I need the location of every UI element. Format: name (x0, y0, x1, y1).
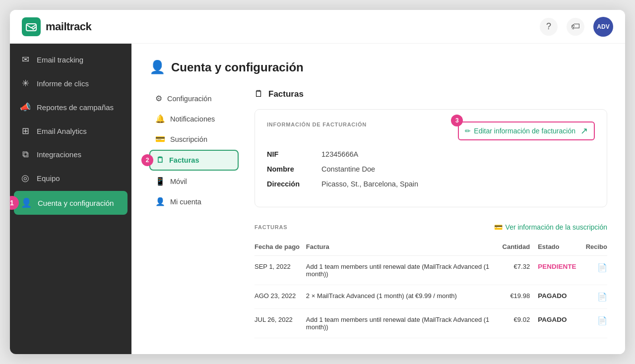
logo-area: mailtrack (22, 17, 91, 36)
view-subscription-link[interactable]: 💳 Ver información de la suscripción (494, 223, 607, 231)
sidebar: ✉ Email tracking ✳ Informe de clics 📣 Re… (10, 44, 131, 354)
sidebar-item-equipo[interactable]: ◎ Equipo (10, 166, 131, 190)
topbar: mailtrack ? 🏷 ADV (10, 10, 625, 44)
invoice-status: PAGADO (530, 285, 582, 309)
billing-field-direccion: Dirección Picasso, St., Barcelona, Spain (267, 180, 595, 188)
topbar-right: ? 🏷 ADV (540, 17, 613, 37)
invoice-amount: €9.02 (499, 309, 530, 338)
billing-info-label: INFORMACIÓN DE FACTURACIÓN (267, 121, 367, 127)
col-factura: Factura (306, 239, 499, 256)
invoice-receipt[interactable]: 📄 (583, 285, 607, 309)
suscripcion-icon: 💳 (155, 134, 165, 144)
card-icon: 💳 (494, 223, 503, 231)
app-window: mailtrack ? 🏷 ADV ✉ Email tracking ✳ Inf… (10, 10, 625, 354)
invoices-table: Fecha de pago Factura Cantidad Estado Re… (254, 239, 607, 338)
invoice-status: PAGADO (530, 309, 582, 338)
avatar[interactable]: ADV (593, 17, 613, 37)
section-title: Facturas (268, 89, 304, 99)
facturas-nav-icon: 🗒 (156, 156, 164, 165)
cursor-hint: ↗ (580, 125, 588, 136)
sub-nav-movil[interactable]: 📱 Móvil (149, 172, 239, 191)
informe-clics-icon: ✳ (20, 78, 31, 89)
receipt-icon[interactable]: 📄 (597, 293, 607, 301)
invoices-section: FACTURAS 💳 Ver información de la suscrip… (254, 223, 607, 338)
invoice-description: 2 × MailTrack Advanced (1 month) (at €9.… (306, 285, 499, 309)
help-button[interactable]: ? (540, 18, 558, 36)
table-row: JUL 26, 2022 Add 1 team members until re… (254, 309, 607, 338)
sidebar-item-informe-clics[interactable]: ✳ Informe de clics (10, 71, 131, 95)
sub-nav-mi-cuenta[interactable]: 👤 Mi cuenta (149, 192, 239, 211)
section-header: 🗒 Facturas (254, 89, 607, 99)
page-header: 👤 Cuenta y configuración (149, 60, 607, 75)
sub-nav-suscripcion[interactable]: 💳 Suscripción (149, 129, 239, 149)
page-header-icon: 👤 (149, 60, 165, 75)
edit-pencil-icon: ✏ (465, 127, 471, 135)
badge-3: 3 (451, 115, 463, 126)
invoices-label: FACTURAS (254, 224, 287, 230)
config-icon: ⚙ (155, 94, 162, 103)
movil-icon: 📱 (155, 177, 165, 186)
receipt-icon[interactable]: 📄 (597, 316, 607, 325)
app-name: mailtrack (46, 20, 91, 33)
email-tracking-icon: ✉ (20, 54, 31, 65)
billing-field-nif: NIF 12345666A (267, 150, 595, 158)
sidebar-item-email-tracking[interactable]: ✉ Email tracking (10, 48, 131, 71)
col-cantidad: Cantidad (499, 239, 530, 256)
notif-icon: 🔔 (155, 114, 165, 123)
billing-section-icon: 🗒 (254, 89, 263, 99)
col-recibo: Recibo (583, 239, 607, 256)
table-row: SEP 1, 2022 Add 1 team members until ren… (254, 256, 607, 285)
equipo-icon: ◎ (20, 173, 31, 183)
invoice-date: JUL 26, 2022 (254, 309, 306, 338)
invoice-receipt[interactable]: 📄 (583, 256, 607, 285)
reportes-icon: 📣 (20, 102, 31, 113)
logo-icon (22, 17, 41, 36)
mi-cuenta-icon: 👤 (155, 197, 165, 206)
sub-nav-notificaciones[interactable]: 🔔 Notificaciones (149, 109, 239, 128)
sub-layout: ⚙ Configuración 🔔 Notificaciones 💳 Suscr… (149, 89, 607, 338)
badge-2: 2 (141, 154, 153, 166)
invoice-date: AGO 23, 2022 (254, 285, 306, 309)
analytics-icon: ⊞ (20, 125, 31, 136)
content-area: 👤 Cuenta y configuración ⚙ Configuración… (131, 44, 625, 354)
main-panel: 🗒 Facturas INFORMACIÓN DE FACTURACIÓN ✏ … (254, 89, 607, 338)
page-title: Cuenta y configuración (171, 61, 304, 74)
invoice-amount: €19.98 (499, 285, 530, 309)
col-fecha: Fecha de pago (254, 239, 306, 256)
billing-box: INFORMACIÓN DE FACTURACIÓN ✏ Editar info… (254, 109, 607, 207)
col-estado: Estado (530, 239, 582, 256)
invoice-amount: €7.32 (499, 256, 530, 285)
invoices-header: FACTURAS 💳 Ver información de la suscrip… (254, 223, 607, 231)
edit-billing-link[interactable]: ✏ Editar información de facturación 3 ↗ (458, 121, 595, 140)
sub-nav: ⚙ Configuración 🔔 Notificaciones 💳 Suscr… (149, 89, 239, 338)
invoice-description: Add 1 team members until renewal date (M… (306, 256, 499, 285)
main-layout: ✉ Email tracking ✳ Informe de clics 📣 Re… (10, 44, 625, 354)
billing-header: INFORMACIÓN DE FACTURACIÓN ✏ Editar info… (267, 121, 595, 140)
sidebar-item-integraciones[interactable]: ⧉ Integraciones (10, 143, 131, 166)
invoice-status: PENDIENTE (530, 256, 582, 285)
cuenta-icon: 👤 (21, 197, 32, 208)
invoice-description: Add 1 team members until renewal date (M… (306, 309, 499, 338)
invoice-receipt[interactable]: 📄 (583, 309, 607, 338)
invoice-date: SEP 1, 2022 (254, 256, 306, 285)
sub-nav-facturas[interactable]: 2 🗒 Facturas (149, 150, 239, 171)
sub-nav-configuracion[interactable]: ⚙ Configuración (149, 89, 239, 108)
badge-1: 1 (10, 196, 19, 210)
table-row: AGO 23, 2022 2 × MailTrack Advanced (1 m… (254, 285, 607, 309)
sidebar-item-email-analytics[interactable]: ⊞ Email Analytics (10, 119, 131, 143)
receipt-icon[interactable]: 📄 (597, 263, 607, 272)
tag-button[interactable]: 🏷 (567, 18, 584, 36)
sidebar-item-reportes-campanas[interactable]: 📣 Reportes de campañas (10, 95, 131, 119)
sidebar-item-cuenta-configuracion[interactable]: 1 👤 Cuenta y configuración (14, 191, 127, 215)
integraciones-icon: ⧉ (20, 149, 31, 160)
billing-field-nombre: Nombre Constantine Doe (267, 165, 595, 173)
